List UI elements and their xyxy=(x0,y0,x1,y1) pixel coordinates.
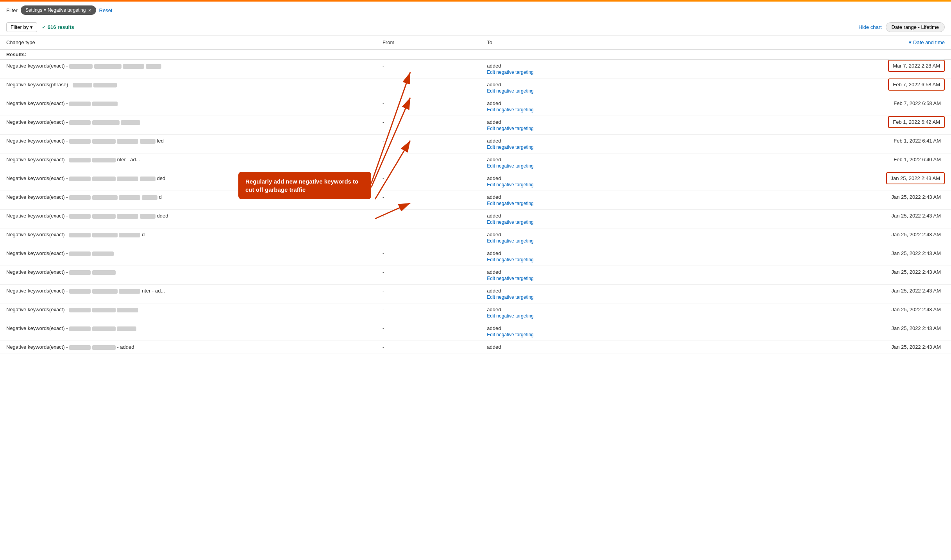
edit-negative-targeting-link[interactable]: Edit negative targeting xyxy=(487,276,736,281)
blurred-keyword xyxy=(69,139,91,144)
edit-negative-targeting-link[interactable]: Edit negative targeting xyxy=(487,294,736,300)
date-range-button[interactable]: Date range - Lifetime xyxy=(886,22,945,32)
date-cell: Feb 1, 2022 6:42 AM xyxy=(742,116,951,135)
to-cell: addedEdit negative targeting xyxy=(481,210,742,228)
to-cell: addedEdit negative targeting xyxy=(481,303,742,322)
to-value: added xyxy=(487,213,501,219)
check-icon: ✓ xyxy=(42,24,46,30)
blurred-keyword xyxy=(69,233,91,237)
from-cell: - xyxy=(376,285,481,303)
hide-chart-link[interactable]: Hide chart xyxy=(858,24,881,30)
results-count-text: 616 results xyxy=(48,24,74,30)
to-cell: addedEdit negative targeting xyxy=(481,172,742,191)
blurred-keyword xyxy=(92,214,116,219)
blurred-keyword xyxy=(92,289,118,294)
table-row: Negative keywords(exact) - - added-added… xyxy=(0,341,951,353)
filter-tag[interactable]: Settings = Negative targeting × xyxy=(21,5,96,15)
blurred-keyword xyxy=(69,345,91,350)
blurred-keyword xyxy=(92,233,118,237)
blurred-keyword xyxy=(119,289,140,294)
edit-negative-targeting-link[interactable]: Edit negative targeting xyxy=(487,107,736,112)
sort-arrow-icon: ▾ xyxy=(909,39,912,45)
date-value: Jan 25, 2022 2:43 AM xyxy=(888,192,945,202)
table-row: Negative keywords(exact) - d-addedEdit n… xyxy=(0,228,951,247)
change-type-text: Negative keywords(exact) - nter - ad... xyxy=(6,288,165,294)
blurred-keyword xyxy=(121,120,140,125)
from-cell: - xyxy=(376,172,481,191)
date-cell: Jan 25, 2022 2:43 AM xyxy=(742,172,951,191)
blurred-keyword xyxy=(92,195,118,200)
to-cell: addedEdit negative targeting xyxy=(481,285,742,303)
date-value: Feb 1, 2022 6:40 AM xyxy=(890,154,945,165)
change-type-suffix: - added xyxy=(117,344,134,350)
edit-negative-targeting-link[interactable]: Edit negative targeting xyxy=(487,182,736,187)
edit-negative-targeting-link[interactable]: Edit negative targeting xyxy=(487,163,736,169)
from-cell: - xyxy=(376,210,481,228)
blurred-keyword xyxy=(117,308,138,312)
blurred-keyword xyxy=(117,326,136,331)
from-cell: - xyxy=(376,59,481,78)
edit-negative-targeting-link[interactable]: Edit negative targeting xyxy=(487,201,736,206)
edit-negative-targeting-link[interactable]: Edit negative targeting xyxy=(487,313,736,319)
date-cell: Feb 1, 2022 6:40 AM xyxy=(742,153,951,172)
from-cell: - xyxy=(376,247,481,266)
blurred-keyword xyxy=(69,64,93,69)
from-cell: - xyxy=(376,191,481,210)
blurred-keyword xyxy=(92,251,114,256)
to-cell: addedEdit negative targeting xyxy=(481,59,742,78)
from-cell: - xyxy=(376,135,481,153)
filter-by-button[interactable]: Filter by ▾ xyxy=(6,22,37,32)
date-value: Jan 25, 2022 2:43 AM xyxy=(888,210,945,221)
filter-tag-close[interactable]: × xyxy=(88,7,91,13)
date-value: Jan 25, 2022 2:43 AM xyxy=(888,323,945,334)
edit-negative-targeting-link[interactable]: Edit negative targeting xyxy=(487,238,736,244)
to-cell: addedEdit negative targeting xyxy=(481,322,742,341)
change-type-suffix: dded xyxy=(157,213,168,219)
change-type-text: Negative keywords(exact) - led xyxy=(6,138,164,144)
to-cell: addedEdit negative targeting xyxy=(481,228,742,247)
reset-link[interactable]: Reset xyxy=(99,7,113,13)
blurred-keyword xyxy=(92,345,116,350)
blurred-keyword xyxy=(140,139,156,144)
table-row: Negative keywords(exact) - -addedEdit ne… xyxy=(0,116,951,135)
to-cell: addedEdit negative targeting xyxy=(481,266,742,285)
col-header-date[interactable]: ▾ Date and time xyxy=(742,36,951,50)
change-type-cell: Negative keywords(exact) - d xyxy=(0,228,376,247)
table-row: Negative keywords(exact) - -addedEdit ne… xyxy=(0,59,951,78)
edit-negative-targeting-link[interactable]: Edit negative targeting xyxy=(487,144,736,150)
blurred-keyword xyxy=(92,270,116,275)
sub-bar-left: Filter by ▾ ✓ 616 results xyxy=(6,22,74,32)
change-type-text: Negative keywords(exact) - xyxy=(6,250,114,256)
date-cell: Jan 25, 2022 2:43 AM xyxy=(742,247,951,266)
blurred-keyword xyxy=(92,177,116,181)
to-value: added xyxy=(487,307,501,312)
edit-negative-targeting-link[interactable]: Edit negative targeting xyxy=(487,88,736,94)
table-row: Negative keywords(exact) - led-addedEdit… xyxy=(0,135,951,153)
date-cell: Jan 25, 2022 2:43 AM xyxy=(742,303,951,322)
change-type-cell: Negative keywords(exact) - - added xyxy=(0,341,376,353)
change-type-cell: Negative keywords(exact) - xyxy=(0,247,376,266)
blurred-keyword xyxy=(69,195,91,200)
table-row: Negative keywords(exact) - -addedEdit ne… xyxy=(0,266,951,285)
edit-negative-targeting-link[interactable]: Edit negative targeting xyxy=(487,126,736,131)
blurred-keyword xyxy=(140,177,156,181)
to-value: added xyxy=(487,82,501,87)
changes-table: Change type From To ▾ Date and time Resu… xyxy=(0,36,951,353)
edit-negative-targeting-link[interactable]: Edit negative targeting xyxy=(487,332,736,337)
edit-negative-targeting-link[interactable]: Edit negative targeting xyxy=(487,257,736,262)
from-cell: - xyxy=(376,266,481,285)
edit-negative-targeting-link[interactable]: Edit negative targeting xyxy=(487,219,736,225)
blurred-keyword xyxy=(117,139,138,144)
blurred-keyword xyxy=(69,270,91,275)
edit-negative-targeting-link[interactable]: Edit negative targeting xyxy=(487,70,736,75)
table-row: Negative keywords(exact) - -addedEdit ne… xyxy=(0,97,951,116)
blurred-keyword xyxy=(140,214,156,219)
blurred-keyword xyxy=(94,64,122,69)
change-type-text: Negative keywords(exact) - nter - ad... xyxy=(6,157,140,162)
change-type-text: Negative keywords(exact) - ded xyxy=(6,175,165,181)
table-row: Negative keywords(exact) - -addedEdit ne… xyxy=(0,303,951,322)
date-cell: Mar 7, 2022 2:28 AM xyxy=(742,59,951,78)
blurred-keyword xyxy=(69,308,91,312)
date-value: Feb 7, 2022 6:58 AM xyxy=(890,98,945,109)
change-type-cell: Negative keywords(exact) - ded xyxy=(0,172,376,191)
